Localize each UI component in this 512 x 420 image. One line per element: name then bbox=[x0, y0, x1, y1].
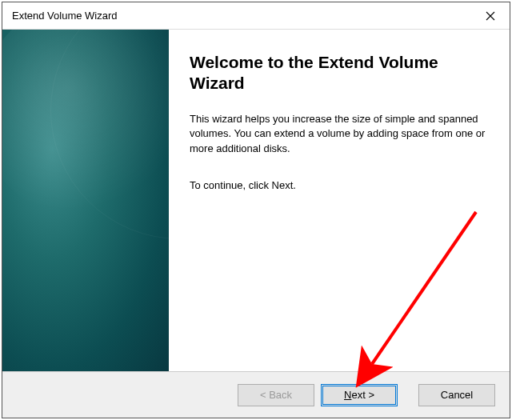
button-bar: < Back Next > Cancel bbox=[2, 371, 510, 418]
wizard-heading: Welcome to the Extend Volume Wizard bbox=[190, 52, 486, 94]
titlebar: Extend Volume Wizard bbox=[2, 2, 510, 30]
next-button-accelerator: N bbox=[344, 389, 351, 401]
wizard-continue-hint: To continue, click Next. bbox=[190, 179, 486, 191]
content-area: Welcome to the Extend Volume Wizard This… bbox=[2, 30, 510, 371]
next-button-suffix: ext > bbox=[351, 389, 374, 401]
wizard-main-panel: Welcome to the Extend Volume Wizard This… bbox=[169, 30, 510, 371]
cancel-button[interactable]: Cancel bbox=[418, 384, 495, 406]
back-button: < Back bbox=[238, 384, 314, 406]
close-button[interactable] bbox=[471, 2, 510, 29]
wizard-side-graphic bbox=[2, 30, 169, 371]
next-button[interactable]: Next > bbox=[321, 384, 398, 406]
wizard-description: This wizard helps you increase the size … bbox=[190, 112, 486, 158]
window-title: Extend Volume Wizard bbox=[12, 10, 118, 22]
close-icon bbox=[486, 11, 495, 21]
wizard-window: Extend Volume Wizard Welcome to the Exte… bbox=[2, 2, 510, 418]
